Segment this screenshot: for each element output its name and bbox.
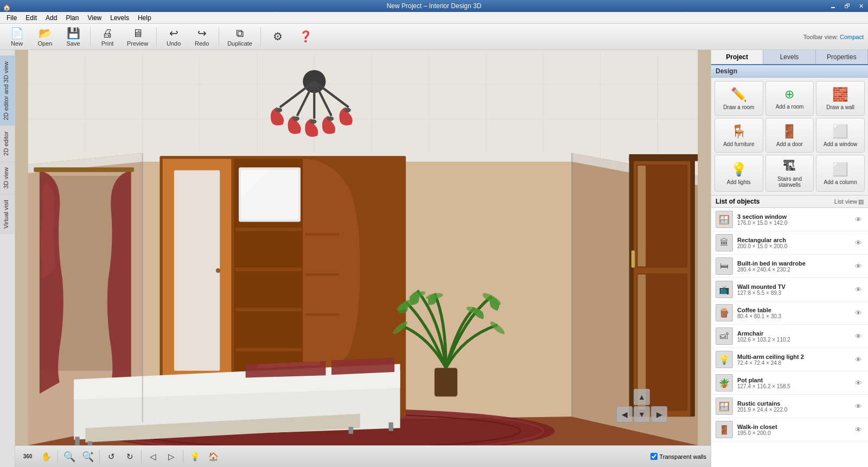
object-info: 3 section window176.0 × 15.0 × 142.0: [737, 213, 848, 226]
list-title: List of objects: [716, 198, 760, 205]
transparent-walls-label: Transparent walls: [660, 453, 706, 460]
save-button[interactable]: 💾 Save: [60, 26, 87, 48]
toolbar-view-link[interactable]: Compact: [840, 34, 864, 40]
redo-button[interactable]: ↪ Redo: [188, 26, 215, 48]
list-item[interactable]: 📺Wall mounted TV127.8 × 5.5 × 89.3👁: [711, 278, 868, 301]
vtab-3d[interactable]: 3D view: [0, 161, 15, 194]
object-visibility-toggle[interactable]: 👁: [853, 377, 864, 388]
nav-left-button[interactable]: ◀: [616, 406, 633, 422]
menu-plan[interactable]: Plan: [61, 13, 83, 23]
toolbar-separator-4: [260, 27, 261, 47]
objects-list: 🪟3 section window176.0 × 15.0 × 142.0👁🏛R…: [711, 208, 868, 467]
save-icon: 💾: [67, 27, 80, 40]
object-visibility-toggle[interactable]: 👁: [853, 307, 864, 318]
home-view-button[interactable]: 🏠: [205, 449, 221, 464]
svg-point-71: [310, 119, 317, 124]
object-visibility-toggle[interactable]: 👁: [853, 214, 864, 225]
rotate-cw-button[interactable]: ↻: [122, 449, 138, 464]
menu-help[interactable]: Help: [133, 13, 156, 23]
viewport[interactable]: ▲ ◀ ▼ ▶ 360 ✋ 🔍 🔍+ ↺ ↻ ◁ ▷ 💡 🏠: [15, 50, 711, 467]
svg-rect-45: [88, 441, 92, 445]
draw-room-button[interactable]: ✏️ Draw a room: [714, 81, 763, 116]
object-visibility-toggle[interactable]: 👁: [853, 354, 864, 365]
draw-wall-icon: 🧱: [832, 87, 848, 102]
settings-button[interactable]: ⚙: [264, 26, 291, 48]
stairs-button[interactable]: 🏗 Stairs and stairwells: [765, 155, 814, 192]
list-item[interactable]: 💡Multi-arm ceiling light 272.4 × 72.4 × …: [711, 348, 868, 371]
tab-levels[interactable]: Levels: [763, 50, 815, 64]
titlebar: 🏠 New Project – Interior Design 3D 🗕 🗗 ✕: [0, 0, 868, 12]
open-button[interactable]: 📂 Open: [31, 26, 59, 48]
list-item[interactable]: 🪟Rustic curtains201.9 × 24.4 × 222.0👁: [711, 395, 868, 418]
help-button[interactable]: ❓: [292, 26, 320, 48]
orbit-left-button[interactable]: ◁: [145, 449, 161, 464]
print-button[interactable]: 🖨 Print: [94, 26, 121, 48]
add-door-button[interactable]: 🚪 Add a door: [765, 118, 814, 153]
tab-project[interactable]: Project: [711, 50, 763, 64]
menu-add[interactable]: Add: [41, 13, 61, 23]
add-door-label: Add a door: [776, 141, 803, 147]
object-visibility-toggle[interactable]: 👁: [853, 261, 864, 272]
object-visibility-toggle[interactable]: 👁: [853, 237, 864, 248]
minimize-button[interactable]: 🗕: [826, 0, 840, 12]
list-item[interactable]: 🛋Armchair102.6 × 103.2 × 110.2👁: [711, 325, 868, 348]
tab-properties[interactable]: Properties: [816, 50, 868, 64]
preview-icon: 🖥: [132, 27, 143, 40]
pan-button[interactable]: ✋: [38, 449, 54, 464]
vtab-2d[interactable]: 2D editor: [0, 125, 15, 161]
light-button[interactable]: 💡: [187, 449, 203, 464]
menu-file[interactable]: File: [2, 13, 21, 23]
svg-point-31: [216, 268, 220, 273]
duplicate-button[interactable]: ⧉ Duplicate: [222, 26, 257, 48]
list-item[interactable]: 🪟3 section window176.0 × 15.0 × 142.0👁: [711, 208, 868, 231]
menu-edit[interactable]: Edit: [21, 13, 41, 23]
transparent-walls-checkbox[interactable]: [650, 453, 658, 460]
list-item[interactable]: 🛏Built-in bed in wardrobe280.4 × 240.4 ×…: [711, 255, 868, 278]
list-view-button[interactable]: List view ▤: [834, 198, 864, 205]
zoom-in-button[interactable]: 🔍+: [80, 449, 96, 464]
nav-right-button[interactable]: ▶: [651, 406, 667, 422]
object-visibility-toggle[interactable]: 👁: [853, 284, 864, 295]
list-item[interactable]: 🚪Walk-in closet195.0 × 200.0👁: [711, 418, 868, 441]
object-info: Built-in bed in wardrobe280.4 × 240.4 × …: [737, 260, 848, 273]
toolbar: 📄 New 📂 Open 💾 Save 🖨 Print 🖥 Preview ↩ …: [0, 24, 868, 50]
object-thumbnail: 🪟: [716, 211, 733, 228]
zoom-out-button[interactable]: 🔍: [61, 449, 78, 464]
object-name: Multi-arm ceiling light 2: [737, 354, 848, 360]
menu-view[interactable]: View: [83, 13, 106, 23]
add-furniture-button[interactable]: 🪑 Add furniture: [714, 118, 763, 153]
restore-button[interactable]: 🗗: [840, 0, 854, 12]
close-button[interactable]: ✕: [854, 0, 868, 12]
list-item[interactable]: 🏛Rectangular arch200.0 × 15.0 × 200.0👁: [711, 231, 868, 255]
nav-up-button[interactable]: ▲: [634, 389, 650, 405]
add-room-button[interactable]: ⊕ Add a room: [765, 81, 814, 116]
orbit-right-button[interactable]: ▷: [163, 449, 180, 464]
vtab-virtual[interactable]: Virtual visit: [0, 194, 15, 234]
add-lights-button[interactable]: 💡 Add lights: [714, 155, 763, 192]
svg-rect-35: [235, 308, 302, 311]
menu-levels[interactable]: Levels: [106, 13, 133, 23]
object-visibility-toggle[interactable]: 👁: [853, 401, 864, 412]
preview-button[interactable]: 🖥 Preview: [122, 26, 153, 48]
undo-button[interactable]: ↩ Undo: [160, 26, 187, 48]
object-visibility-toggle[interactable]: 👁: [853, 424, 864, 435]
redo-label: Redo: [195, 40, 209, 47]
add-column-button[interactable]: ⬜ Add a column: [816, 155, 865, 192]
new-button[interactable]: 📄 New: [3, 26, 30, 48]
transparent-walls-control: Transparent walls: [650, 453, 706, 460]
object-thumbnail: 🪵: [716, 304, 733, 321]
object-visibility-toggle[interactable]: 👁: [853, 331, 864, 342]
new-label: New: [11, 40, 23, 47]
draw-wall-button[interactable]: 🧱 Draw a wall: [816, 81, 865, 116]
menubar: File Edit Add Plan View Levels Help: [0, 12, 868, 24]
nav-down-button[interactable]: ▼: [634, 406, 650, 422]
list-item[interactable]: 🪵Coffee table80.4 × 80.1 × 30.3👁: [711, 301, 868, 325]
svg-rect-29: [174, 171, 220, 371]
view-360-button[interactable]: 360: [20, 449, 36, 464]
rotate-ccw-button[interactable]: ↺: [103, 449, 119, 464]
toolbar-separator-1: [90, 27, 91, 47]
object-info: Walk-in closet195.0 × 200.0: [737, 424, 848, 436]
vtab-2d-3d[interactable]: 2D editor and 3D view: [0, 55, 15, 125]
add-window-button[interactable]: ⬜ Add a window: [816, 118, 865, 153]
list-item[interactable]: 🪴Pot plant127.4 × 116.2 × 158.5👁: [711, 371, 868, 395]
